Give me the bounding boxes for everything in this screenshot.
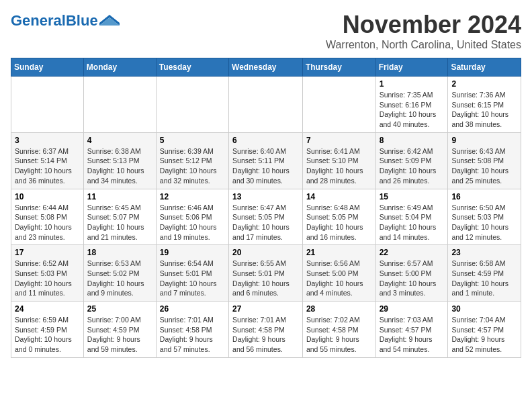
day-number: 25 — [87, 304, 152, 314]
day-number: 4 — [87, 136, 152, 145]
day-number: 18 — [87, 248, 152, 257]
day-info: Sunrise: 7:35 AMSunset: 6:16 PMDaylight:… — [380, 90, 445, 130]
day-number: 13 — [232, 192, 299, 201]
calendar-cell: 18Sunrise: 6:53 AMSunset: 5:02 PMDayligh… — [83, 245, 156, 302]
calendar-cell: 27Sunrise: 7:01 AMSunset: 4:58 PMDayligh… — [229, 302, 303, 358]
calendar-cell: 3Sunrise: 6:37 AMSunset: 5:14 PMDaylight… — [11, 132, 84, 189]
calendar-cell: 20Sunrise: 6:55 AMSunset: 5:01 PMDayligh… — [229, 245, 303, 302]
calendar: SundayMondayTuesdayWednesdayThursdayFrid… — [11, 58, 521, 358]
day-info: Sunrise: 7:04 AMSunset: 4:57 PMDaylight:… — [451, 315, 517, 355]
day-info: Sunrise: 6:40 AMSunset: 5:11 PMDaylight:… — [232, 146, 299, 186]
day-info: Sunrise: 6:41 AMSunset: 5:10 PMDaylight:… — [306, 146, 372, 186]
calendar-cell: 10Sunrise: 6:44 AMSunset: 5:08 PMDayligh… — [11, 189, 84, 245]
day-number: 28 — [306, 304, 372, 314]
calendar-week-1: 1Sunrise: 7:35 AMSunset: 6:16 PMDaylight… — [11, 77, 521, 133]
calendar-cell: 26Sunrise: 7:01 AMSunset: 4:58 PMDayligh… — [156, 302, 228, 358]
calendar-cell: 5Sunrise: 6:39 AMSunset: 5:12 PMDaylight… — [156, 132, 228, 189]
calendar-week-2: 3Sunrise: 6:37 AMSunset: 5:14 PMDaylight… — [11, 132, 521, 189]
calendar-cell: 17Sunrise: 6:52 AMSunset: 5:03 PMDayligh… — [11, 245, 84, 302]
calendar-cell: 23Sunrise: 6:58 AMSunset: 4:59 PMDayligh… — [448, 245, 521, 302]
calendar-cell: 4Sunrise: 6:38 AMSunset: 5:13 PMDaylight… — [83, 132, 156, 189]
calendar-cell: 24Sunrise: 6:59 AMSunset: 4:59 PMDayligh… — [11, 302, 84, 358]
logo-text: GeneralBlue — [11, 13, 98, 28]
calendar-cell: 28Sunrise: 7:02 AMSunset: 4:58 PMDayligh… — [302, 302, 375, 358]
day-info: Sunrise: 7:36 AMSunset: 6:15 PMDaylight:… — [451, 90, 517, 130]
weekday-wednesday: Wednesday — [229, 58, 303, 77]
calendar-cell: 7Sunrise: 6:41 AMSunset: 5:10 PMDaylight… — [302, 132, 375, 189]
day-info: Sunrise: 7:02 AMSunset: 4:58 PMDaylight:… — [306, 315, 372, 355]
calendar-cell: 25Sunrise: 7:00 AMSunset: 4:59 PMDayligh… — [83, 302, 156, 358]
day-number: 23 — [451, 248, 517, 257]
day-number: 26 — [160, 304, 225, 314]
weekday-monday: Monday — [83, 58, 156, 77]
calendar-week-3: 10Sunrise: 6:44 AMSunset: 5:08 PMDayligh… — [11, 189, 521, 245]
month-title: November 2024 — [326, 11, 521, 39]
calendar-cell — [83, 77, 156, 133]
calendar-cell: 1Sunrise: 7:35 AMSunset: 6:16 PMDaylight… — [375, 77, 448, 133]
calendar-cell: 8Sunrise: 6:42 AMSunset: 5:09 PMDaylight… — [375, 132, 448, 189]
day-info: Sunrise: 6:37 AMSunset: 5:14 PMDaylight:… — [15, 146, 80, 186]
weekday-sunday: Sunday — [11, 58, 84, 77]
day-number: 6 — [232, 136, 299, 145]
day-info: Sunrise: 7:01 AMSunset: 4:58 PMDaylight:… — [232, 315, 299, 355]
title-section: November 2024 Warrenton, North Carolina,… — [326, 11, 521, 51]
calendar-cell: 15Sunrise: 6:49 AMSunset: 5:04 PMDayligh… — [375, 189, 448, 245]
day-info: Sunrise: 6:50 AMSunset: 5:03 PMDaylight:… — [451, 203, 517, 242]
day-number: 15 — [380, 192, 445, 201]
calendar-cell: 6Sunrise: 6:40 AMSunset: 5:11 PMDaylight… — [229, 132, 303, 189]
calendar-cell: 9Sunrise: 6:43 AMSunset: 5:08 PMDaylight… — [448, 132, 521, 189]
day-info: Sunrise: 6:49 AMSunset: 5:04 PMDaylight:… — [380, 203, 445, 242]
day-number: 9 — [451, 136, 517, 145]
day-number: 3 — [15, 136, 80, 145]
day-info: Sunrise: 6:53 AMSunset: 5:02 PMDaylight:… — [87, 259, 152, 298]
day-number: 1 — [380, 79, 445, 89]
calendar-cell: 16Sunrise: 6:50 AMSunset: 5:03 PMDayligh… — [448, 189, 521, 245]
day-number: 21 — [306, 248, 372, 257]
day-number: 16 — [451, 192, 517, 201]
calendar-week-4: 17Sunrise: 6:52 AMSunset: 5:03 PMDayligh… — [11, 245, 521, 302]
calendar-cell: 13Sunrise: 6:47 AMSunset: 5:05 PMDayligh… — [229, 189, 303, 245]
day-info: Sunrise: 6:47 AMSunset: 5:05 PMDaylight:… — [232, 203, 299, 242]
day-number: 10 — [15, 192, 80, 201]
day-info: Sunrise: 6:52 AMSunset: 5:03 PMDaylight:… — [15, 259, 80, 298]
day-info: Sunrise: 6:38 AMSunset: 5:13 PMDaylight:… — [87, 146, 152, 186]
calendar-cell: 21Sunrise: 6:56 AMSunset: 5:00 PMDayligh… — [302, 245, 375, 302]
day-number: 19 — [160, 248, 225, 257]
weekday-thursday: Thursday — [302, 58, 375, 77]
day-number: 2 — [451, 79, 517, 89]
day-info: Sunrise: 6:59 AMSunset: 4:59 PMDaylight:… — [15, 315, 80, 355]
day-number: 7 — [306, 136, 372, 145]
calendar-cell — [156, 77, 228, 133]
weekday-saturday: Saturday — [448, 58, 521, 77]
day-info: Sunrise: 7:03 AMSunset: 4:57 PMDaylight:… — [380, 315, 445, 355]
weekday-tuesday: Tuesday — [156, 58, 228, 77]
day-number: 11 — [87, 192, 152, 201]
calendar-cell — [11, 77, 84, 133]
calendar-cell: 12Sunrise: 6:46 AMSunset: 5:06 PMDayligh… — [156, 189, 228, 245]
calendar-cell: 11Sunrise: 6:45 AMSunset: 5:07 PMDayligh… — [83, 189, 156, 245]
day-info: Sunrise: 6:54 AMSunset: 5:01 PMDaylight:… — [160, 259, 225, 298]
day-info: Sunrise: 6:55 AMSunset: 5:01 PMDaylight:… — [232, 259, 299, 298]
day-info: Sunrise: 6:45 AMSunset: 5:07 PMDaylight:… — [87, 203, 152, 242]
day-number: 17 — [15, 248, 80, 257]
calendar-cell: 22Sunrise: 6:57 AMSunset: 5:00 PMDayligh… — [375, 245, 448, 302]
day-number: 20 — [232, 248, 299, 257]
day-info: Sunrise: 6:42 AMSunset: 5:09 PMDaylight:… — [380, 146, 445, 186]
day-number: 30 — [451, 304, 517, 314]
day-info: Sunrise: 7:01 AMSunset: 4:58 PMDaylight:… — [160, 315, 225, 355]
day-number: 29 — [380, 304, 445, 314]
calendar-cell: 19Sunrise: 6:54 AMSunset: 5:01 PMDayligh… — [156, 245, 228, 302]
day-info: Sunrise: 7:00 AMSunset: 4:59 PMDaylight:… — [87, 315, 152, 355]
day-number: 12 — [160, 192, 225, 201]
day-info: Sunrise: 6:44 AMSunset: 5:08 PMDaylight:… — [15, 203, 80, 242]
day-info: Sunrise: 6:48 AMSunset: 5:05 PMDaylight:… — [306, 203, 372, 242]
logo-icon — [99, 13, 120, 26]
location-title: Warrenton, North Carolina, United States — [326, 39, 521, 51]
day-info: Sunrise: 6:57 AMSunset: 5:00 PMDaylight:… — [380, 259, 445, 298]
logo: GeneralBlue — [11, 11, 120, 28]
calendar-week-5: 24Sunrise: 6:59 AMSunset: 4:59 PMDayligh… — [11, 302, 521, 358]
weekday-header-row: SundayMondayTuesdayWednesdayThursdayFrid… — [11, 58, 521, 77]
day-info: Sunrise: 6:56 AMSunset: 5:00 PMDaylight:… — [306, 259, 372, 298]
calendar-cell: 29Sunrise: 7:03 AMSunset: 4:57 PMDayligh… — [375, 302, 448, 358]
calendar-cell — [302, 77, 375, 133]
